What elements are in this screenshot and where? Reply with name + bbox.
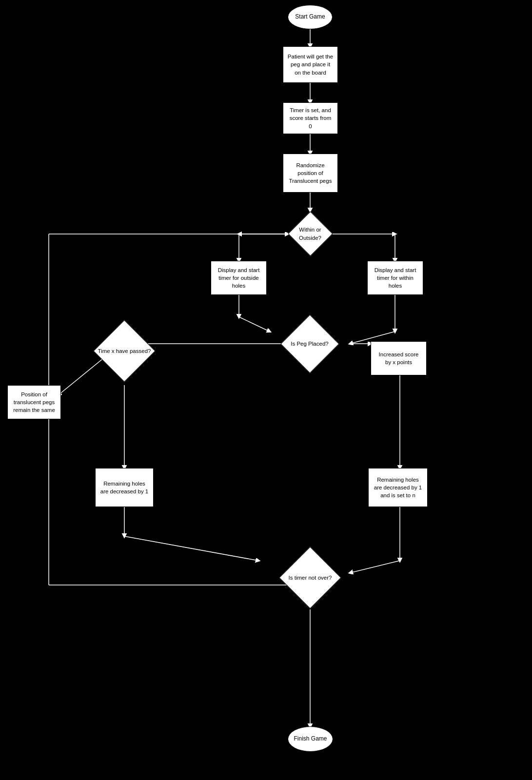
diamond-within-outside: Within or Outside?	[288, 211, 333, 257]
box-remain2-label: Remaining holes are decreased by 1 and i…	[373, 476, 423, 499]
box-outside: Display and start timer for outside hole…	[211, 261, 267, 295]
box-score: Increased score by x points	[371, 341, 427, 375]
box-outside-label: Display and start timer for outside hole…	[215, 266, 262, 290]
box-randomize: Randomize position of Translucent pegs	[283, 154, 338, 193]
diamond-time-passed: Time x have passed?	[95, 317, 154, 385]
box-position-label: Position of translucent pegs remain the …	[12, 390, 57, 414]
box-position: Position of translucent pegs remain the …	[7, 385, 61, 419]
svg-line-19	[124, 536, 258, 561]
finish-label: Finish Game	[294, 735, 327, 743]
start-oval: Start Game	[288, 5, 333, 29]
box-timer-label: Timer is set, and score starts from 0	[287, 106, 334, 130]
box-remain2: Remaining holes are decreased by 1 and i…	[368, 468, 428, 507]
box-remain1-label: Remaining holes are decreased by 1	[99, 480, 149, 495]
box-within-label: Display and start timer for within holes	[372, 266, 419, 290]
finish-oval: Finish Game	[288, 726, 333, 752]
diamond-timer-over: Is timer not over?	[280, 546, 340, 609]
svg-line-21	[350, 561, 400, 573]
box-within: Display and start timer for within holes	[367, 261, 423, 295]
box-timer: Timer is set, and score starts from 0	[283, 102, 338, 134]
box-patient: Patient will get the peg and place it on…	[283, 46, 338, 83]
box-remain1: Remaining holes are decreased by 1	[95, 468, 154, 507]
box-score-label: Increased score by x points	[375, 351, 422, 366]
flowchart: Start Game Patient will get the peg and …	[0, 0, 532, 780]
svg-line-10	[239, 317, 270, 332]
start-label: Start Game	[295, 13, 325, 21]
diamond-peg-placed: Is Peg Placed?	[280, 317, 339, 370]
box-patient-label: Patient will get the peg and place it on…	[287, 53, 334, 76]
connector-layer	[0, 0, 532, 780]
box-randomize-label: Randomize position of Translucent pegs	[287, 161, 334, 185]
